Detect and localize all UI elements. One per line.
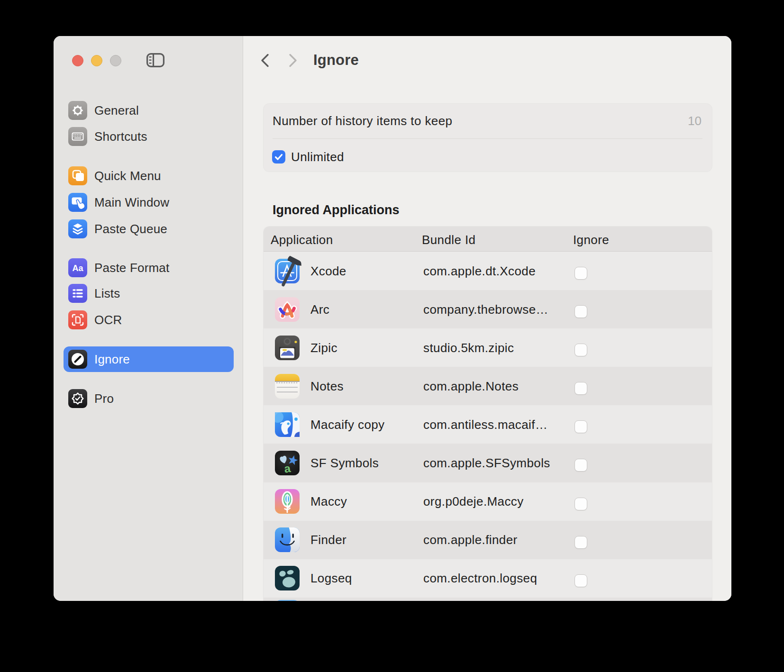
svg-text:Aa: Aa: [72, 263, 83, 273]
